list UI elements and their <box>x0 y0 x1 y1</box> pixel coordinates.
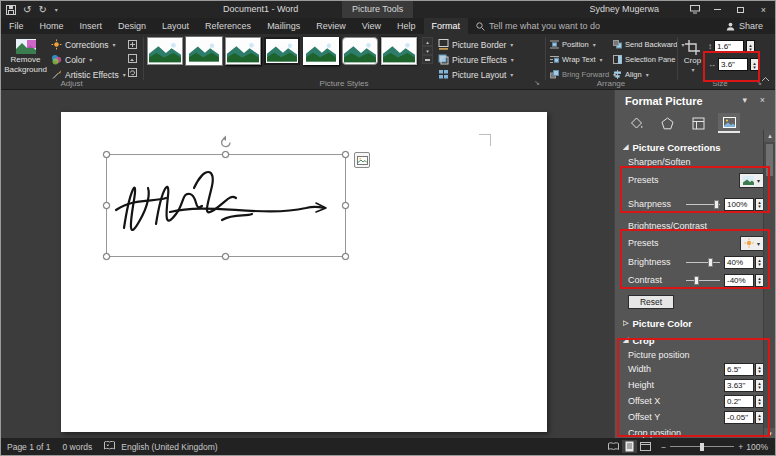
zoom-slider[interactable] <box>670 441 734 452</box>
spin-down-icon[interactable]: ▾ <box>758 280 761 284</box>
selection-handle-sw[interactable] <box>103 253 110 260</box>
sharpness-slider[interactable] <box>686 199 720 210</box>
gallery-scroll-down-button[interactable]: ▾ <box>422 46 433 55</box>
spin-down-icon[interactable]: ▾ <box>758 401 761 405</box>
offset-x-spinner[interactable]: 0.2" ▴▾ <box>724 395 764 408</box>
spin-down-icon[interactable]: ▾ <box>758 262 761 266</box>
picture-effects-button[interactable]: Picture Effects ▾ <box>438 53 514 66</box>
ribbon-display-options-button[interactable] <box>683 1 706 18</box>
page-count[interactable]: Page 1 of 1 <box>7 442 50 452</box>
picture-style-thumbnail-2[interactable] <box>186 37 222 65</box>
change-picture-button[interactable] <box>127 53 138 64</box>
picture-style-thumbnail-3[interactable] <box>225 37 261 65</box>
brightness-presets-button[interactable]: ▾ <box>740 236 764 251</box>
picture-styles-dialog-launcher[interactable]: ↘ <box>534 79 540 87</box>
tab-references[interactable]: References <box>197 18 259 34</box>
layout-properties-tab[interactable] <box>687 113 709 133</box>
minimize-button[interactable] <box>706 1 729 18</box>
signature-image[interactable] <box>110 158 342 253</box>
zoom-slider-thumb[interactable] <box>700 443 704 451</box>
contrast-slider[interactable] <box>686 275 720 286</box>
spin-down-icon[interactable]: ▾ <box>758 369 761 373</box>
close-button[interactable]: × <box>752 1 775 18</box>
brightness-spinner[interactable]: 40% ▴▾ <box>724 256 764 269</box>
crop-section-header[interactable]: ◢ Crop <box>623 333 764 347</box>
redo-button[interactable]: ↻ <box>38 1 46 18</box>
offset-y-spinner[interactable]: -0.05" ▴▾ <box>724 411 764 424</box>
shape-height-spinner[interactable]: ↕ 1.6" ▴▾ <box>708 40 755 53</box>
selection-handle-s[interactable] <box>222 253 229 260</box>
share-button[interactable]: Share <box>726 18 763 34</box>
pane-close-button[interactable]: × <box>760 95 765 105</box>
shape-width-spinner[interactable]: ↔ 3.6" ▴▾ <box>708 58 759 71</box>
tab-mailings[interactable]: Mailings <box>259 18 308 34</box>
send-backward-button[interactable]: Send Backward ▾ <box>613 38 685 51</box>
spin-down-icon[interactable]: ▾ <box>749 47 752 51</box>
signed-in-user[interactable]: Sydney Mugerwa <box>589 1 659 18</box>
position-button[interactable]: Position ▾ <box>550 38 596 51</box>
layout-options-button[interactable] <box>354 152 370 168</box>
tab-insert[interactable]: Insert <box>72 18 111 34</box>
spin-down-icon[interactable]: ▾ <box>753 65 756 69</box>
tab-help[interactable]: Help <box>389 18 424 34</box>
fill-line-tab[interactable] <box>625 113 647 133</box>
contrast-value[interactable]: -40% <box>724 274 754 287</box>
tab-view[interactable]: View <box>354 18 389 34</box>
shape-height-stepper[interactable]: ▴▾ <box>746 40 755 53</box>
sharpness-value[interactable]: 100% <box>724 198 754 211</box>
tab-design[interactable]: Design <box>110 18 154 34</box>
spin-down-icon[interactable]: ▾ <box>758 417 761 421</box>
spin-down-icon[interactable]: ▾ <box>758 385 761 389</box>
picture-color-section-header[interactable]: ▷ Picture Color <box>623 316 764 330</box>
effects-tab[interactable] <box>656 113 678 133</box>
selection-handle-se[interactable] <box>342 253 349 260</box>
remove-background-button[interactable]: Remove Background <box>3 36 48 77</box>
selection-handle-n[interactable] <box>222 151 229 158</box>
picture-border-button[interactable]: Picture Border ▾ <box>438 38 513 51</box>
selection-pane-button[interactable]: Selection Pane <box>613 53 675 66</box>
tab-review[interactable]: Review <box>308 18 354 34</box>
corrections-button[interactable]: Corrections ▾ <box>51 38 115 51</box>
zoom-out-button[interactable]: − <box>661 442 666 452</box>
document-page[interactable] <box>61 112 547 432</box>
shape-width-stepper[interactable]: ▴▾ <box>750 58 759 71</box>
picture-corrections-section-header[interactable]: ◢ Picture Corrections <box>623 140 764 154</box>
tell-me-search[interactable]: Tell me what you want to do <box>476 18 600 34</box>
picture-style-thumbnail-1[interactable] <box>147 37 183 65</box>
read-mode-button[interactable] <box>606 440 621 453</box>
sharpen-presets-button[interactable]: ▾ <box>739 173 764 188</box>
picture-selection[interactable] <box>106 154 346 257</box>
customize-qat-button[interactable]: ▾ <box>54 1 58 18</box>
picture-style-thumbnail-5[interactable] <box>303 37 339 65</box>
web-layout-button[interactable] <box>638 440 653 453</box>
document-canvas[interactable] <box>1 90 614 440</box>
picture-height-spinner[interactable]: 3.63" ▴▾ <box>724 379 764 392</box>
offset-x-value[interactable]: 0.2" <box>724 395 754 408</box>
undo-button[interactable]: ↺ <box>23 1 31 18</box>
brightness-slider[interactable] <box>686 257 720 268</box>
sharpness-slider-thumb[interactable] <box>714 200 719 209</box>
contrast-spinner[interactable]: -40% ▴▾ <box>724 274 764 287</box>
brightness-value[interactable]: 40% <box>724 256 754 269</box>
tab-home[interactable]: Home <box>32 18 72 34</box>
tab-layout[interactable]: Layout <box>154 18 197 34</box>
color-button[interactable]: Color ▾ <box>51 53 92 66</box>
shape-height-value[interactable]: 1.6" <box>714 40 744 53</box>
crop-button[interactable]: Crop ▾ <box>680 37 705 77</box>
spin-down-icon[interactable]: ▾ <box>758 204 761 208</box>
picture-width-value[interactable]: 6.5" <box>724 363 754 376</box>
contrast-slider-thumb[interactable] <box>694 276 699 285</box>
selection-handle-e[interactable] <box>342 202 349 209</box>
brightness-slider-thumb[interactable] <box>708 258 713 267</box>
gallery-more-button[interactable] <box>422 55 433 64</box>
reset-button[interactable]: Reset <box>628 295 674 309</box>
gallery-scroll-up-button[interactable]: ▴ <box>422 37 433 46</box>
selection-handle-w[interactable] <box>103 202 110 209</box>
tab-file[interactable]: File <box>1 18 32 34</box>
picture-tab[interactable] <box>718 113 740 133</box>
compress-pictures-button[interactable] <box>127 39 138 50</box>
restore-button[interactable] <box>729 1 752 18</box>
sharpness-spinner[interactable]: 100% ▴▾ <box>724 198 764 211</box>
pane-scrollbar[interactable]: ▲ ▼ <box>763 130 775 440</box>
picture-style-thumbnail-4[interactable] <box>264 37 300 65</box>
